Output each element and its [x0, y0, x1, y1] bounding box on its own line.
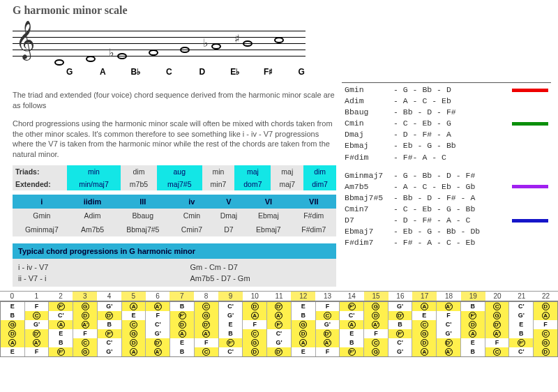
fret-cell: C' [219, 302, 243, 311]
fret-cell: G' [25, 320, 49, 329]
fret-cell: G [122, 329, 146, 338]
fret-cell: F' [267, 320, 291, 329]
scale-note-label: E♭ [219, 67, 252, 77]
fret-cell: D [170, 320, 194, 329]
chord-color-swatch [512, 89, 548, 92]
fret-cell: D' [389, 311, 412, 320]
fret-cell: C' [437, 320, 460, 329]
intro-text-2: Chord progressions using the harmonic mi… [13, 119, 336, 160]
fret-cell: F' [219, 338, 243, 347]
fret-cell: B [340, 338, 363, 347]
fret-cell: E [292, 347, 315, 356]
fret-cell: A [534, 311, 557, 320]
fret-cell: D [1, 329, 24, 338]
fret-cell: A [412, 302, 436, 311]
fret-cell: A' [437, 302, 460, 311]
fret-cell: B [292, 311, 315, 320]
chord-row: Dmaj- D - F# - A [345, 129, 548, 140]
scale-note-label: B♭ [119, 67, 153, 77]
fret-cell: A [340, 320, 363, 329]
fret-cell: D [122, 338, 146, 347]
fret-cell: F [146, 311, 169, 320]
fret-cell: C [122, 320, 146, 329]
fret-cell: G' [509, 311, 533, 320]
fret-cell: D [534, 347, 557, 356]
fret-cell: A [461, 329, 485, 338]
fret-cell: E [170, 338, 194, 347]
fret-cell: C [534, 329, 557, 338]
fret-cell: D' [316, 329, 340, 338]
fret-cell: D [534, 302, 557, 311]
fret-cell: A' [316, 338, 340, 347]
scale-note-label: G [53, 67, 86, 77]
fret-cell: D [292, 329, 315, 338]
chord-row: Cmin7- C - Eb - G - Bb [345, 204, 548, 215]
fret-cell: G' [389, 347, 412, 356]
fret-cell: D' [146, 338, 169, 347]
chord-row: Bbaug- Bb - D - F# [345, 107, 548, 118]
scale-note-label: F♯ [252, 67, 285, 77]
fret-cell: F [437, 311, 460, 320]
fret-cell: D' [437, 338, 460, 347]
chord-row: Am7b5- A - C - Eb - Gb [345, 181, 548, 193]
fret-cell: A' [485, 329, 509, 338]
fret-cell: A [412, 347, 436, 356]
fret-cell: D' [25, 329, 49, 338]
progressions-header: Typical chord progressions in G harmonic… [13, 243, 336, 259]
fret-cell: F [534, 320, 557, 329]
fret-cell: A' [25, 338, 49, 347]
fret-cell: E [412, 311, 436, 320]
fret-cell: G [1, 320, 24, 329]
fretboard-diagram: 012345678910111213141516171819202122 EBG… [0, 291, 558, 357]
fret-cell: F' [389, 329, 412, 338]
fret-cell: G' [437, 329, 460, 338]
fret-cell: C' [389, 338, 412, 347]
fret-cell: E [461, 338, 485, 347]
fret-cell: G' [219, 311, 243, 320]
chord-row: Gminmaj7- G - Bb - D - F# [345, 170, 548, 181]
fret-cell: G [195, 311, 218, 320]
fret-cell: E [292, 302, 315, 311]
fret-cell: G' [316, 320, 340, 329]
fret-cell: F [316, 347, 340, 356]
fret-cell: F [73, 329, 97, 338]
fret-cell: D' [195, 320, 218, 329]
fret-cell: B [170, 347, 194, 356]
fret-cell: B [389, 320, 412, 329]
fret-cell: C' [267, 329, 291, 338]
intro-text-1: The triad and extended (four voice) chor… [13, 90, 336, 111]
fret-cell: F [195, 338, 218, 347]
fret-cell: A [292, 338, 315, 347]
fret-cell: F' [170, 311, 194, 320]
fret-cell: A' [267, 311, 291, 320]
fret-cell: E [509, 320, 533, 329]
fret-cell: G' [389, 302, 412, 311]
fret-cell: B [509, 329, 533, 338]
fret-cell: G [485, 311, 509, 320]
fret-cell: F' [49, 302, 73, 311]
chord-color-swatch [512, 219, 548, 223]
fret-cell: A' [146, 347, 169, 356]
fret-cell: C' [146, 320, 169, 329]
seventh-chord-list: Gminmaj7- G - Bb - D - F#Am7b5- A - C - … [345, 170, 548, 249]
fret-cell: A [122, 302, 146, 311]
scale-note-label: C [153, 67, 186, 77]
fret-cell: A' [437, 347, 460, 356]
fret-cell: F [485, 338, 509, 347]
fret-cell: D' [98, 311, 121, 320]
fret-cell: G [292, 320, 315, 329]
fret-cell: B [1, 311, 24, 320]
fret-cell: C' [340, 311, 363, 320]
fret-cell: F [25, 302, 49, 311]
chord-row: Cmin- C - Eb - G [345, 118, 548, 129]
fret-cell: F [25, 347, 49, 356]
roman-numeral-table: iiidimIIIivVVIVII GminAdimBbaugCminDmajE… [13, 195, 336, 236]
fret-cell: E [49, 329, 73, 338]
fret-cell: C [195, 302, 218, 311]
fret-cell: E [340, 329, 363, 338]
fret-cell: F [364, 329, 388, 338]
fret-cell: C' [98, 338, 121, 347]
fret-cell: C [316, 311, 340, 320]
fret-cell: A' [146, 302, 169, 311]
fret-cell: C [243, 329, 266, 338]
